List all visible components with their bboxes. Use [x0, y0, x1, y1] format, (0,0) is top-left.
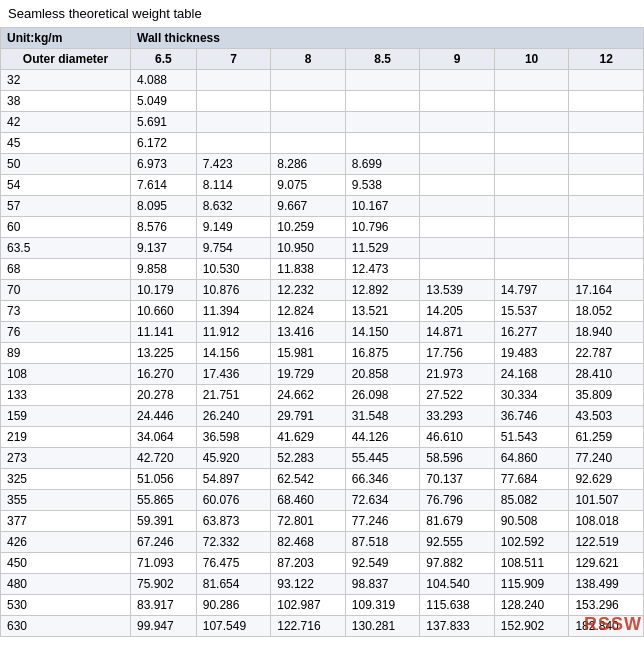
value-cell: 115.909	[494, 574, 569, 595]
value-cell: 62.542	[271, 469, 346, 490]
value-cell	[494, 112, 569, 133]
value-cell: 16.875	[345, 343, 420, 364]
value-cell	[569, 91, 644, 112]
table-row: 53083.91790.286102.987109.319115.638128.…	[1, 595, 644, 616]
value-cell	[420, 259, 495, 280]
value-cell: 10.796	[345, 217, 420, 238]
value-cell: 22.787	[569, 343, 644, 364]
value-cell	[569, 238, 644, 259]
unit-header: Unit:kg/m	[1, 28, 131, 49]
value-cell: 137.833	[420, 616, 495, 637]
outer-diameter-cell: 219	[1, 427, 131, 448]
outer-diameter-cell: 73	[1, 301, 131, 322]
value-cell	[569, 112, 644, 133]
outer-diameter-cell: 60	[1, 217, 131, 238]
outer-diameter-cell: 273	[1, 448, 131, 469]
value-cell: 64.860	[494, 448, 569, 469]
value-cell: 12.473	[345, 259, 420, 280]
value-cell	[494, 91, 569, 112]
value-cell: 107.549	[196, 616, 271, 637]
value-cell: 92.555	[420, 532, 495, 553]
value-cell: 21.751	[196, 385, 271, 406]
table-row: 27342.72045.92052.28355.44558.59664.8607…	[1, 448, 644, 469]
value-cell: 19.483	[494, 343, 569, 364]
value-cell	[271, 133, 346, 154]
value-cell: 14.156	[196, 343, 271, 364]
value-cell: 70.137	[420, 469, 495, 490]
value-cell: 52.283	[271, 448, 346, 469]
value-cell	[494, 70, 569, 91]
value-cell: 12.824	[271, 301, 346, 322]
value-cell: 44.126	[345, 427, 420, 448]
value-cell: 76.796	[420, 490, 495, 511]
value-cell: 24.662	[271, 385, 346, 406]
outer-diameter-cell: 133	[1, 385, 131, 406]
value-cell: 14.871	[420, 322, 495, 343]
value-cell: 21.973	[420, 364, 495, 385]
value-cell: 8.576	[131, 217, 197, 238]
value-cell: 72.634	[345, 490, 420, 511]
value-cell: 18.052	[569, 301, 644, 322]
value-cell	[569, 196, 644, 217]
value-cell: 34.064	[131, 427, 197, 448]
value-cell: 43.503	[569, 406, 644, 427]
value-cell: 13.521	[345, 301, 420, 322]
value-cell: 6.172	[131, 133, 197, 154]
value-cell: 31.548	[345, 406, 420, 427]
value-cell: 90.508	[494, 511, 569, 532]
value-cell: 19.729	[271, 364, 346, 385]
table-row: 7611.14111.91213.41614.15014.87116.27718…	[1, 322, 644, 343]
value-cell	[271, 70, 346, 91]
value-cell: 11.912	[196, 322, 271, 343]
value-cell: 81.654	[196, 574, 271, 595]
value-cell: 13.416	[271, 322, 346, 343]
value-cell: 77.246	[345, 511, 420, 532]
value-cell: 51.056	[131, 469, 197, 490]
value-cell	[196, 70, 271, 91]
value-cell: 5.049	[131, 91, 197, 112]
outer-diameter-cell: 42	[1, 112, 131, 133]
value-cell: 17.436	[196, 364, 271, 385]
outer-diameter-cell: 54	[1, 175, 131, 196]
value-cell	[420, 217, 495, 238]
outer-diameter-cell: 68	[1, 259, 131, 280]
value-cell	[494, 154, 569, 175]
value-cell	[569, 217, 644, 238]
value-cell: 28.410	[569, 364, 644, 385]
table-row: 10816.27017.43619.72920.85821.97324.1682…	[1, 364, 644, 385]
value-cell: 115.638	[420, 595, 495, 616]
value-cell: 16.277	[494, 322, 569, 343]
value-cell: 60.076	[196, 490, 271, 511]
value-cell: 42.720	[131, 448, 197, 469]
table-row: 7310.66011.39412.82413.52114.20515.53718…	[1, 301, 644, 322]
value-cell	[494, 133, 569, 154]
table-row: 45071.09376.47587.20392.54997.882108.511…	[1, 553, 644, 574]
col-header-12: 12	[569, 49, 644, 70]
value-cell: 46.610	[420, 427, 495, 448]
value-cell: 77.240	[569, 448, 644, 469]
value-cell: 10.876	[196, 280, 271, 301]
outer-diameter-cell: 70	[1, 280, 131, 301]
value-cell	[345, 91, 420, 112]
table-row: 63.59.1379.75410.95011.529	[1, 238, 644, 259]
value-cell: 128.240	[494, 595, 569, 616]
value-cell: 30.334	[494, 385, 569, 406]
value-cell	[345, 112, 420, 133]
value-cell: 10.530	[196, 259, 271, 280]
value-cell	[569, 70, 644, 91]
value-cell: 12.892	[345, 280, 420, 301]
outer-diameter-cell: 57	[1, 196, 131, 217]
value-cell: 15.981	[271, 343, 346, 364]
value-cell: 14.797	[494, 280, 569, 301]
table-row: 608.5769.14910.25910.796	[1, 217, 644, 238]
value-cell: 26.240	[196, 406, 271, 427]
value-cell: 102.592	[494, 532, 569, 553]
value-cell: 36.746	[494, 406, 569, 427]
outer-diameter-cell: 426	[1, 532, 131, 553]
outer-diameter-col-header: Outer diameter	[1, 49, 131, 70]
value-cell: 92.629	[569, 469, 644, 490]
outer-diameter-cell: 76	[1, 322, 131, 343]
value-cell	[420, 70, 495, 91]
outer-diameter-cell: 38	[1, 91, 131, 112]
value-cell: 9.137	[131, 238, 197, 259]
